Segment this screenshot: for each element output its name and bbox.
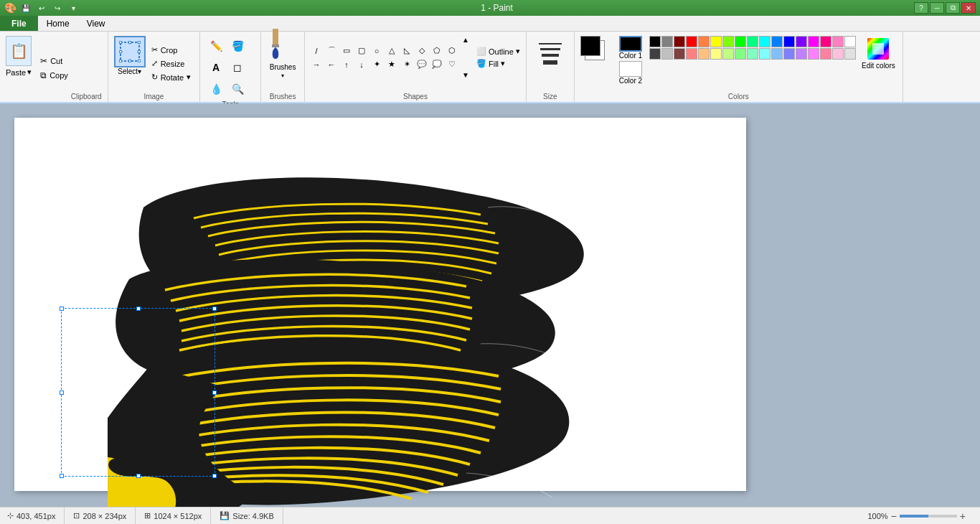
shape-heart[interactable]: ♡ xyxy=(445,58,459,71)
help-btn[interactable]: ? xyxy=(914,2,928,14)
home-menu[interactable]: Home xyxy=(38,16,78,31)
close-btn[interactable]: ✕ xyxy=(961,2,976,14)
sel-handle-ml[interactable] xyxy=(60,390,64,395)
shape-rect[interactable]: ▭ xyxy=(339,45,354,57)
shape-4star[interactable]: ✦ xyxy=(369,58,384,71)
color-swatch[interactable] xyxy=(759,36,771,47)
copy-button[interactable]: ⧉ Copy xyxy=(37,70,71,81)
sel-handle-tl[interactable] xyxy=(60,307,64,311)
color-swatch[interactable] xyxy=(698,36,710,47)
paste-button[interactable]: 📋 Paste ▾ xyxy=(6,36,32,100)
color-swatch[interactable] xyxy=(820,48,831,60)
shape-hexagon[interactable]: ⬡ xyxy=(445,45,459,57)
shape-arrow-l[interactable]: ← xyxy=(324,58,339,71)
shape-6star[interactable]: ✶ xyxy=(400,58,414,71)
color-swatch[interactable] xyxy=(808,48,819,60)
size-button[interactable] xyxy=(532,36,568,72)
customize-quick-access-btn[interactable]: ▾ xyxy=(67,2,80,14)
shapes-scroll-down[interactable]: ▼ xyxy=(462,71,469,79)
color-swatch[interactable] xyxy=(674,48,685,60)
shape-diamond[interactable]: ◇ xyxy=(415,45,429,57)
color-swatch[interactable] xyxy=(771,36,783,47)
zoom-in-button[interactable]: + xyxy=(960,510,966,522)
color-swatch[interactable] xyxy=(661,48,673,60)
color-swatch[interactable] xyxy=(832,36,844,47)
zoom-slider[interactable] xyxy=(900,515,957,518)
shape-pentagon[interactable]: ⬠ xyxy=(430,45,444,57)
outline-button[interactable]: ⬜ Outline ▾ xyxy=(475,46,522,57)
canvas-wrapper[interactable] xyxy=(0,103,980,507)
shapes-scroll-up[interactable]: ▲ xyxy=(462,36,469,44)
minimize-btn[interactable]: ─ xyxy=(930,2,944,14)
color-swatch[interactable] xyxy=(722,36,734,47)
rotate-button[interactable]: ↻ Rotate ▾ xyxy=(149,72,194,83)
shape-rtriangle[interactable]: ◺ xyxy=(400,45,414,57)
color-swatch[interactable] xyxy=(844,36,856,47)
rotate-chevron[interactable]: ▾ xyxy=(187,72,191,82)
color-picker-tool[interactable]: 💧 xyxy=(206,79,226,99)
color-swatch[interactable] xyxy=(783,36,795,47)
quick-redo-btn[interactable]: ↪ xyxy=(51,2,64,14)
color-swatch[interactable] xyxy=(759,48,771,60)
color-swatch[interactable] xyxy=(710,36,722,47)
color-swatch[interactable] xyxy=(747,36,758,47)
color1-button[interactable]: Color 1 xyxy=(619,36,642,60)
cut-button[interactable]: ✂ Cut xyxy=(37,55,71,67)
file-menu[interactable]: File xyxy=(0,16,38,31)
resize-button[interactable]: ⤢ Resize xyxy=(149,58,194,69)
select-button[interactable]: Select ▾ xyxy=(114,36,146,91)
color-swatch[interactable] xyxy=(747,48,758,60)
sel-handle-bl[interactable] xyxy=(60,474,64,478)
fill-button[interactable]: 🪣 Fill ▾ xyxy=(475,58,522,69)
restore-btn[interactable]: ⧉ xyxy=(946,2,960,14)
color-swatch[interactable] xyxy=(796,36,807,47)
color-swatch[interactable] xyxy=(808,36,819,47)
color-swatch[interactable] xyxy=(844,48,856,60)
quick-save-btn[interactable]: 💾 xyxy=(19,2,32,14)
shape-line[interactable]: / xyxy=(309,45,324,57)
color-swatch[interactable] xyxy=(686,48,697,60)
canvas[interactable] xyxy=(14,118,746,491)
brushes-button[interactable]: Brushes ▾ xyxy=(267,36,298,72)
color-swatch[interactable] xyxy=(661,36,673,47)
color1-swatch[interactable] xyxy=(580,36,600,56)
shape-arrow-r[interactable]: → xyxy=(309,58,324,71)
crop-button[interactable]: ✂ Crop xyxy=(149,45,194,55)
color-swatch[interactable] xyxy=(722,48,734,60)
magnify-tool[interactable]: 🔍 xyxy=(227,79,248,99)
color-swatch[interactable] xyxy=(771,48,783,60)
shape-callout2[interactable]: 💭 xyxy=(430,58,444,71)
shape-arrow-d[interactable]: ↓ xyxy=(354,58,369,71)
shape-5star[interactable]: ★ xyxy=(385,58,399,71)
color-swatch[interactable] xyxy=(735,48,746,60)
view-menu[interactable]: View xyxy=(78,16,114,31)
color-swatch[interactable] xyxy=(820,36,831,47)
quick-undo-btn[interactable]: ↩ xyxy=(35,2,48,14)
shape-callout1[interactable]: 💬 xyxy=(415,58,429,71)
shape-ellipse[interactable]: ○ xyxy=(369,45,384,57)
color-swatch[interactable] xyxy=(686,36,697,47)
pencil-tool[interactable]: ✏️ xyxy=(206,36,226,56)
paste-dropdown-arrow[interactable]: ▾ xyxy=(27,67,32,77)
shape-arrow-u[interactable]: ↑ xyxy=(339,58,354,71)
color-swatch[interactable] xyxy=(796,48,807,60)
edit-colors-button[interactable]: Edit colors xyxy=(860,36,897,71)
color-swatch[interactable] xyxy=(783,48,795,60)
text-tool[interactable]: A xyxy=(206,57,226,78)
shape-roundrect[interactable]: ▢ xyxy=(354,45,369,57)
shapes-scroll[interactable]: ▲ ▼ xyxy=(462,36,469,79)
outline-chevron[interactable]: ▾ xyxy=(516,47,520,56)
eraser-tool[interactable]: ◻ xyxy=(227,57,248,78)
fill-tool[interactable]: 🪣 xyxy=(227,36,248,56)
color2-button[interactable]: Color 2 xyxy=(619,61,642,85)
color-swatch[interactable] xyxy=(698,48,710,60)
fill-chevron[interactable]: ▾ xyxy=(501,59,505,68)
color-swatch[interactable] xyxy=(710,48,722,60)
zoom-out-button[interactable]: − xyxy=(891,510,897,522)
color-swatch[interactable] xyxy=(649,48,661,60)
select-chevron[interactable]: ▾ xyxy=(138,67,141,75)
shape-curve[interactable]: ⌒ xyxy=(324,45,339,57)
shape-triangle[interactable]: △ xyxy=(385,45,399,57)
color-swatch[interactable] xyxy=(832,48,844,60)
brushes-chevron[interactable]: ▾ xyxy=(281,72,284,79)
